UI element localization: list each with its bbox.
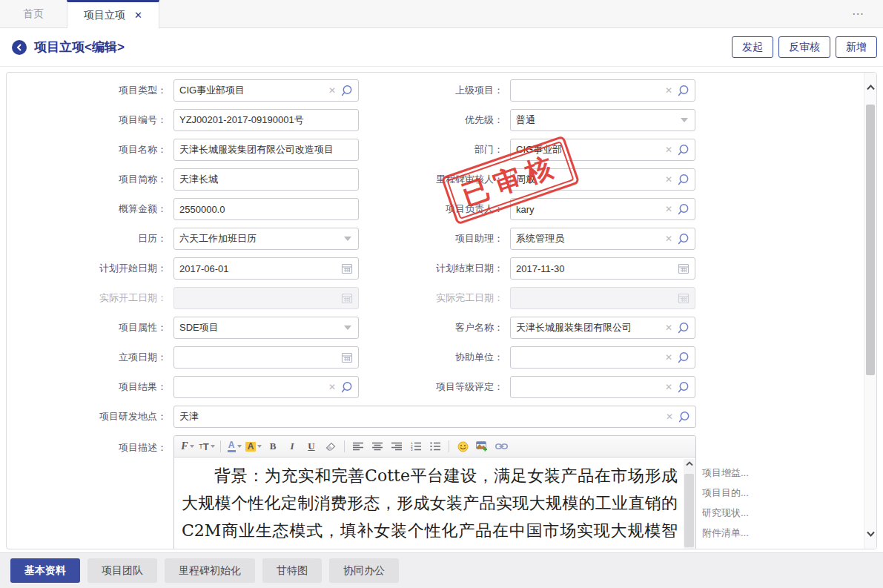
editor-scrollbar[interactable] [684, 459, 695, 549]
search-icon[interactable] [677, 381, 689, 394]
side-link[interactable]: 项目增益... [702, 463, 749, 483]
search-icon[interactable] [677, 322, 689, 334]
align-right-icon[interactable] [388, 438, 406, 455]
clear-icon[interactable]: ✕ [328, 85, 336, 96]
field-input[interactable]: 普通 ✕ [510, 109, 695, 131]
field-input[interactable]: 六天工作加班日历 ✕ [173, 228, 359, 250]
field-label: 项目简称： [7, 173, 173, 186]
field-input[interactable]: ✕ [173, 346, 359, 369]
insert-link-icon[interactable] [492, 438, 510, 455]
font-family-icon[interactable]: F [179, 438, 196, 455]
clear-icon[interactable]: ✕ [665, 234, 672, 244]
align-center-icon[interactable] [368, 438, 386, 455]
calendar-icon[interactable] [341, 262, 353, 274]
scroll-down-icon[interactable] [864, 531, 876, 537]
search-icon[interactable] [677, 144, 689, 156]
highlight-color-icon[interactable]: A [245, 438, 262, 455]
search-icon[interactable] [677, 203, 689, 216]
field-input[interactable]: CIG事业部项目 ✕ [173, 79, 359, 102]
field-input[interactable]: 天津长城服装集团有限公司改造项目 ✕ [173, 139, 359, 161]
main-scrollbar[interactable] [864, 73, 876, 549]
field-value: 2550000.0 [179, 204, 353, 215]
field-value: 2017-11-30 [516, 263, 678, 274]
bottom-tab[interactable]: 基本资料 [10, 558, 80, 583]
remove-format-icon[interactable] [322, 438, 340, 455]
field-input[interactable]: 系统管理员 ✕ [510, 228, 695, 250]
chevron-down-icon[interactable] [681, 118, 688, 122]
italic-icon[interactable]: I [283, 438, 301, 455]
field-input[interactable]: 天津长城 ✕ [173, 168, 359, 191]
search-icon[interactable] [677, 351, 689, 364]
field-input[interactable]: 2550000.0 ✕ [173, 198, 359, 220]
field-input[interactable]: ✕ [510, 79, 695, 102]
clear-icon[interactable]: ✕ [665, 382, 672, 392]
chevron-down-icon[interactable] [344, 326, 351, 330]
field-input[interactable]: 周放 ✕ [510, 168, 695, 191]
ordered-list-icon[interactable]: 123 [407, 438, 425, 455]
calendar-icon[interactable] [341, 292, 353, 304]
field-input[interactable]: YZJ00201-2017-09190001号 ✕ [173, 109, 359, 131]
field-input[interactable]: ✕ [173, 287, 359, 309]
insert-image-icon[interactable] [473, 438, 491, 455]
clear-icon[interactable]: ✕ [665, 145, 672, 155]
bottom-tab[interactable]: 甘特图 [262, 558, 322, 583]
header-action-button[interactable]: 反审核 [778, 36, 830, 58]
clear-icon[interactable]: ✕ [666, 412, 673, 422]
project-description-text[interactable]: 背景：为充实和完善Cotte平台建设，满足女装产品在市场形成大规模个性化定制消费… [182, 462, 678, 549]
tab-project-initiation[interactable]: 项目立项 ✕ [67, 0, 159, 28]
field-input[interactable]: SDE项目 ✕ [173, 317, 359, 339]
clear-icon[interactable]: ✕ [665, 85, 672, 96]
chevron-down-icon[interactable] [344, 237, 351, 241]
scroll-up-icon[interactable] [864, 85, 876, 90]
unordered-list-icon[interactable] [426, 438, 444, 455]
search-icon[interactable] [677, 174, 689, 186]
search-icon[interactable] [678, 411, 690, 423]
clear-icon[interactable]: ✕ [665, 204, 672, 214]
scrollbar-thumb[interactable] [684, 474, 694, 547]
editor-body[interactable]: 背景：为充实和完善Cotte平台建设，满足女装产品在市场形成大规模个性化定制消费… [174, 457, 695, 549]
field-input[interactable]: CIG事业部 ✕ [510, 139, 695, 161]
clear-icon[interactable]: ✕ [665, 323, 672, 333]
clear-icon[interactable]: ✕ [665, 174, 672, 185]
search-icon[interactable] [340, 381, 353, 394]
underline-icon[interactable]: U [302, 438, 320, 455]
tab-home[interactable]: 首页 [0, 0, 67, 27]
more-menu-icon[interactable]: ⋯ [852, 0, 883, 27]
field-input[interactable]: kary ✕ [510, 198, 695, 220]
field-input[interactable]: 2017-11-30 ✕ [510, 257, 695, 280]
field-input[interactable]: ✕ [510, 376, 695, 398]
scrollbar-thumb[interactable] [866, 105, 875, 375]
back-button[interactable] [12, 40, 27, 55]
bottom-tab[interactable]: 协同办公 [329, 558, 399, 583]
bottom-tab[interactable]: 里程碑初始化 [165, 558, 255, 583]
search-icon[interactable] [677, 233, 689, 245]
clear-icon[interactable]: ✕ [665, 352, 672, 363]
field-input[interactable]: ✕ [510, 287, 695, 309]
search-icon[interactable] [677, 85, 689, 97]
side-link[interactable]: 附件清单... [702, 523, 749, 543]
scroll-up-icon[interactable] [684, 461, 695, 466]
align-left-icon[interactable] [349, 438, 367, 455]
field-input[interactable]: ✕ [173, 376, 359, 398]
field-input[interactable]: ✕ [510, 346, 695, 369]
field-input[interactable]: 天津 ✕ [173, 406, 696, 428]
side-link[interactable]: 研究现状... [702, 503, 749, 523]
header-action-button[interactable]: 新增 [836, 36, 877, 58]
emoticon-icon[interactable] [454, 438, 472, 455]
header-action-button[interactable]: 发起 [732, 36, 773, 58]
toolbar-divider [449, 440, 449, 452]
calendar-icon[interactable] [341, 351, 353, 363]
field-input[interactable]: 天津长城服装集团有限公司 ✕ [510, 317, 695, 339]
side-link[interactable]: 项目目的... [702, 483, 749, 503]
rich-text-editor[interactable]: F TT A A B I U [173, 435, 696, 549]
field-input[interactable]: 2017-06-01 ✕ [173, 257, 359, 280]
calendar-icon[interactable] [678, 262, 689, 274]
search-icon[interactable] [340, 85, 353, 97]
font-size-icon[interactable]: TT [198, 438, 216, 455]
clear-icon[interactable]: ✕ [328, 382, 336, 392]
bottom-tab[interactable]: 项目团队 [87, 558, 157, 583]
close-icon[interactable]: ✕ [134, 10, 142, 20]
bold-icon[interactable]: B [264, 438, 282, 455]
calendar-icon[interactable] [678, 292, 689, 304]
font-color-icon[interactable]: A [225, 438, 243, 455]
